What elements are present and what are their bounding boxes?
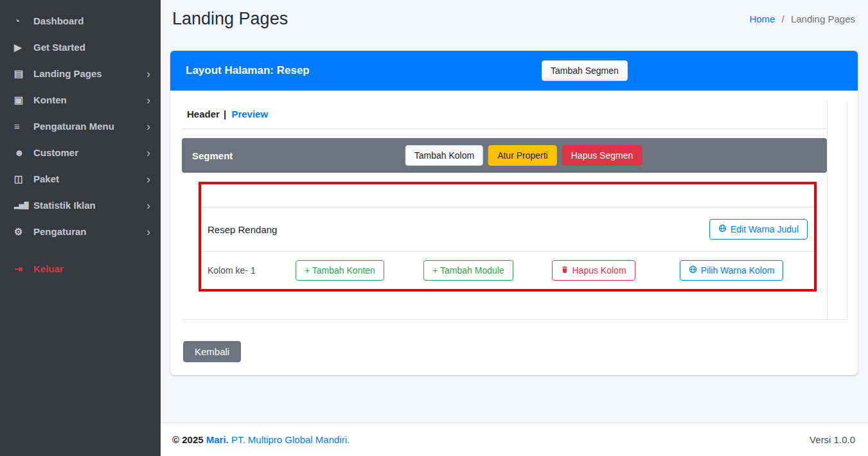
sidebar-item-label: Statistik Iklan (33, 199, 96, 211)
gear-icon: ⚙ (14, 225, 33, 238)
plus-icon: + (305, 265, 312, 276)
sidebar-item-pengaturan[interactable]: ⚙ Pengaturan › (0, 218, 161, 245)
sidebar-item-label: Dashboard (33, 15, 84, 27)
layers-icon: ▤ (14, 67, 33, 80)
footer-company-link[interactable]: PT. Multipro Global Mandiri. (231, 434, 350, 445)
users-icon: ☻ (14, 146, 33, 159)
box-icon: ◫ (14, 173, 33, 185)
sidebar-item-keluar[interactable]: ⇥ Keluar (0, 256, 161, 282)
pilih-warna-kolom-label: Pilih Warna Kolom (701, 265, 775, 276)
segment-editor-area: Segment Tambah Kolom Atur Properti Hapus… (182, 129, 827, 319)
segment-title-text: Resep Rendang (208, 224, 277, 235)
logout-icon: ⇥ (14, 263, 33, 275)
chevron-right-icon: › (146, 175, 150, 184)
footer-brand-link[interactable]: Mari. (206, 434, 229, 445)
globe-palette-icon (689, 265, 697, 276)
chevron-right-icon: › (146, 148, 150, 157)
breadcrumb-home-link[interactable]: Home (749, 13, 775, 24)
sidebar-item-label: Keluar (33, 263, 64, 275)
sidebar-item-label: Landing Pages (33, 67, 102, 80)
breadcrumb-current: Landing Pages (791, 13, 855, 24)
trash-icon (561, 265, 569, 276)
menu-list-icon: ≡ (14, 120, 33, 132)
hapus-kolom-button[interactable]: Hapus Kolom (552, 260, 635, 281)
play-icon: ▶ (14, 41, 33, 53)
footer-version: Versi 1.0.0 (810, 434, 855, 445)
footer: © 2025 Mari. PT. Multipro Global Mandiri… (161, 423, 868, 456)
sidebar-item-label: Customer (33, 146, 78, 159)
sidebar-item-label: Konten (33, 94, 67, 106)
plus-icon: + (432, 265, 440, 276)
sidebar-item-paket[interactable]: ◫ Paket › (0, 166, 161, 192)
tambah-segmen-button[interactable]: Tambah Segmen (542, 60, 628, 81)
tab-separator: | (224, 109, 226, 119)
layout-card-body: Header | Preview Segment Tambah Kolom At… (170, 91, 858, 375)
sidebar-item-label: Paket (33, 173, 59, 185)
bar-chart-icon: ▂▅█ (14, 199, 33, 211)
content-header: Landing Pages Home / Landing Pages (161, 0, 868, 34)
sidebar-item-label: Pengaturan Menu (33, 120, 114, 132)
sidebar: ◔ Dashboard ▶ Get Started ▤ Landing Page… (0, 0, 161, 456)
sidebar-item-label: Get Started (33, 41, 85, 53)
chevron-right-icon: › (146, 227, 150, 236)
footer-left: © 2025 Mari. PT. Multipro Global Mandiri… (172, 434, 350, 445)
tambah-konten-button[interactable]: + Tambah Konten (296, 260, 384, 281)
segment-header-bar: Segment Tambah Kolom Atur Properti Hapus… (182, 138, 827, 173)
tambah-module-button[interactable]: + Tambah Module (423, 260, 513, 281)
globe-palette-icon (718, 224, 727, 235)
layout-card: Layout Halaman: Resep Tambah Segmen Head… (170, 51, 858, 375)
sidebar-item-customer[interactable]: ☻ Customer › (0, 139, 161, 166)
breadcrumb-separator: / (782, 13, 784, 24)
column-row: Kolom ke- 1 + Tambah Konten + Tambah Mod… (201, 252, 814, 289)
page-title: Landing Pages (172, 9, 288, 29)
hapus-kolom-label: Hapus Kolom (572, 265, 626, 276)
main-content: Landing Pages Home / Landing Pages Layou… (161, 0, 868, 456)
footer-copyright: © 2025 (172, 434, 204, 445)
segment-buttons: Tambah Kolom Atur Properti Hapus Segmen (405, 145, 642, 166)
kembali-button[interactable]: Kembali (183, 341, 241, 362)
selected-segment-highlight: Resep Rendang Edit Warna Judul Kolom ke-… (199, 182, 817, 292)
sidebar-item-dashboard[interactable]: ◔ Dashboard (0, 8, 161, 34)
image-icon: ▣ (14, 94, 33, 106)
sidebar-item-pengaturan-menu[interactable]: ≡ Pengaturan Menu › (0, 113, 161, 139)
segment-title-row: Resep Rendang Edit Warna Judul (201, 207, 814, 252)
layout-main-column: Header | Preview Segment Tambah Kolom At… (182, 101, 827, 320)
tambah-kolom-button[interactable]: Tambah Kolom (405, 145, 483, 166)
chevron-right-icon: › (146, 122, 150, 131)
sidebar-item-label: Pengaturan (33, 225, 87, 238)
pilih-warna-kolom-button[interactable]: Pilih Warna Kolom (680, 260, 784, 281)
chevron-right-icon: › (146, 69, 150, 78)
column-label: Kolom ke- 1 (208, 265, 296, 276)
tab-preview-link[interactable]: Preview (231, 109, 268, 119)
layout-card-header: Layout Halaman: Resep Tambah Segmen (170, 51, 858, 91)
layout-table: Header | Preview Segment Tambah Kolom At… (182, 101, 847, 320)
hapus-segmen-button[interactable]: Hapus Segmen (562, 145, 642, 166)
segment-title: Segment (192, 150, 233, 161)
edit-warna-judul-label: Edit Warna Judul (731, 224, 799, 235)
layout-card-title: Layout Halaman: Resep (186, 64, 310, 77)
breadcrumb: Home / Landing Pages (749, 13, 855, 24)
sidebar-item-get-started[interactable]: ▶ Get Started (0, 34, 161, 60)
sidebar-item-konten[interactable]: ▣ Konten › (0, 87, 161, 113)
column-actions: + Tambah Konten + Tambah Module (296, 260, 808, 281)
layout-side-column (827, 101, 847, 320)
sidebar-item-statistik-iklan[interactable]: ▂▅█ Statistik Iklan › (0, 192, 161, 218)
atur-properti-button[interactable]: Atur Properti (488, 145, 557, 166)
sidebar-item-landing-pages[interactable]: ▤ Landing Pages › (0, 60, 161, 87)
chevron-right-icon: › (146, 201, 150, 210)
edit-warna-judul-button[interactable]: Edit Warna Judul (709, 219, 808, 240)
dashboard-icon: ◔ (14, 15, 33, 27)
tabs-row: Header | Preview (182, 101, 827, 129)
segment-empty-strip (201, 184, 814, 207)
tab-header-label: Header (187, 109, 220, 119)
chevron-right-icon: › (146, 96, 150, 105)
